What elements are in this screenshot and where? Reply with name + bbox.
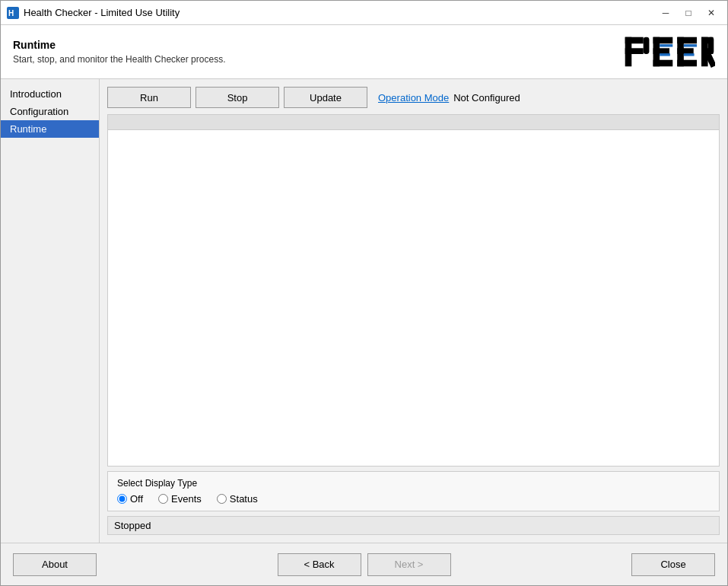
operation-mode-link[interactable]: Operation Mode (378, 92, 449, 104)
main-window: H Health Checker - Limited Use Utility ─… (0, 0, 728, 586)
minimize-button[interactable]: ─ (656, 5, 676, 21)
radio-item-events: Events (158, 493, 202, 505)
log-area (107, 114, 720, 467)
header-title: Runtime (13, 39, 225, 51)
radio-off[interactable] (117, 494, 127, 504)
title-bar-controls: ─ □ ✕ (656, 5, 721, 21)
app-icon: H (7, 7, 19, 19)
svg-rect-21 (708, 37, 714, 54)
next-button[interactable]: Next > (367, 553, 451, 576)
radio-events[interactable] (158, 494, 168, 504)
peer-logo-svg: ™ (624, 33, 715, 71)
sidebar-item-introduction[interactable]: Introduction (1, 85, 99, 103)
display-type-box: Select Display Type Off Events Status (107, 471, 720, 511)
header-text: Runtime Start, stop, and monitor the Hea… (13, 39, 225, 65)
stop-button[interactable]: Stop (196, 87, 279, 108)
radio-item-off: Off (117, 493, 143, 505)
radio-item-status: Status (217, 493, 258, 505)
close-button[interactable]: Close (631, 553, 715, 576)
svg-rect-7 (653, 37, 673, 44)
svg-rect-17 (684, 53, 695, 56)
about-button[interactable]: About (13, 553, 97, 576)
title-bar: H Health Checker - Limited Use Utility ─… (1, 1, 727, 25)
radio-events-label[interactable]: Events (171, 493, 202, 505)
radio-status[interactable] (217, 494, 227, 504)
svg-rect-16 (684, 44, 697, 46)
operation-mode-value: Not Configured (453, 92, 520, 104)
operation-mode-area: Operation Mode Not Configured (378, 92, 520, 104)
svg-rect-4 (625, 48, 644, 54)
maximize-button[interactable]: □ (679, 5, 698, 21)
sidebar-item-configuration[interactable]: Configuration (1, 103, 99, 120)
title-bar-left: H Health Checker - Limited Use Utility (7, 7, 180, 19)
sidebar: Introduction Configuration Runtime (1, 79, 100, 543)
status-bar: Stopped (107, 516, 720, 535)
svg-rect-8 (653, 48, 669, 54)
radio-status-label[interactable]: Status (230, 493, 258, 505)
peer-logo: ™ (624, 33, 715, 71)
svg-rect-5 (644, 37, 650, 54)
radio-group: Off Events Status (117, 493, 710, 505)
footer-center: < Back Next > (278, 553, 451, 576)
status-text: Stopped (114, 520, 151, 531)
update-button[interactable]: Update (284, 87, 367, 108)
log-header (108, 115, 719, 130)
sidebar-item-runtime[interactable]: Runtime (1, 120, 99, 138)
svg-rect-9 (653, 60, 673, 67)
header-subtitle: Start, stop, and monitor the Health Chec… (13, 54, 225, 65)
header-area: Runtime Start, stop, and monitor the Hea… (1, 25, 727, 79)
svg-rect-13 (677, 37, 697, 44)
content-area: Run Stop Update Operation Mode Not Confi… (100, 79, 727, 543)
window-close-button[interactable]: ✕ (701, 5, 721, 21)
display-type-label: Select Display Type (117, 478, 710, 489)
radio-off-label[interactable]: Off (130, 493, 143, 505)
svg-text:™: ™ (711, 64, 715, 68)
svg-rect-10 (660, 44, 672, 46)
window-title: Health Checker - Limited Use Utility (24, 7, 180, 18)
footer: About < Back Next > Close (1, 543, 727, 585)
svg-rect-3 (625, 37, 644, 44)
toolbar: Run Stop Update Operation Mode Not Confi… (107, 87, 720, 108)
svg-rect-11 (660, 53, 670, 56)
main-content: Introduction Configuration Runtime Run S… (1, 79, 727, 543)
back-button[interactable]: < Back (278, 553, 361, 576)
run-button[interactable]: Run (107, 87, 191, 108)
svg-rect-15 (677, 60, 697, 67)
svg-rect-14 (677, 48, 693, 54)
svg-text:H: H (8, 9, 14, 18)
